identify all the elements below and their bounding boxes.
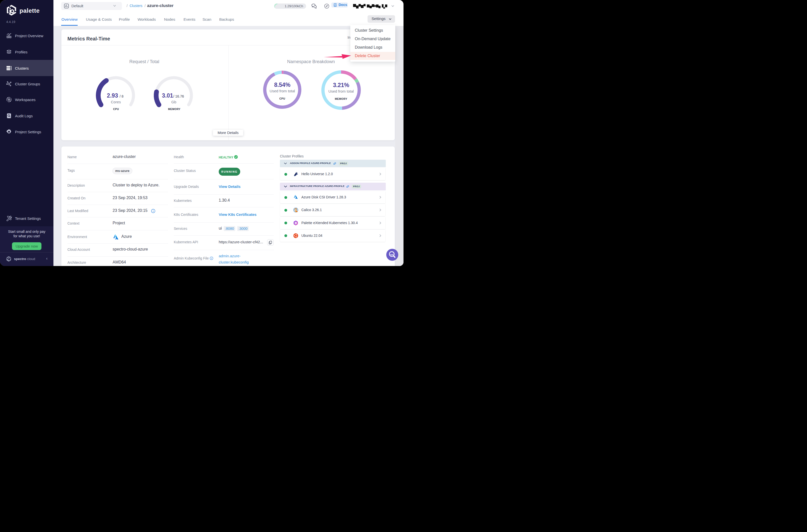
svg-text:/ 16.76: / 16.76 [173, 94, 184, 98]
svg-text:/ 8: / 8 [120, 94, 124, 98]
svg-text:3.21%: 3.21% [333, 82, 349, 88]
svg-text:MEMORY: MEMORY [335, 97, 347, 100]
svg-text:Used from total: Used from total [328, 89, 354, 93]
svg-text:Used from total: Used from total [270, 89, 295, 93]
svg-text:CPU: CPU [279, 97, 286, 100]
svg-text:3.01: 3.01 [162, 92, 173, 99]
svg-text:Cores: Cores [111, 100, 121, 104]
svg-text:8.54%: 8.54% [274, 81, 290, 88]
svg-text:2.93: 2.93 [107, 92, 118, 99]
svg-text:Gb: Gb [171, 100, 176, 104]
